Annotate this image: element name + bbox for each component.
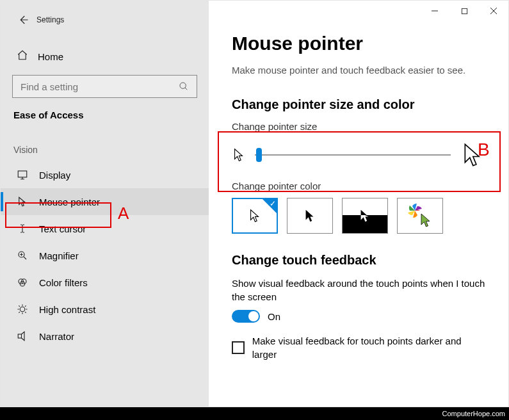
pointer-color-label: Change pointer color: [232, 181, 485, 191]
high-contrast-icon: [15, 303, 30, 315]
section-header-touch: Change touch feedback: [232, 253, 485, 268]
touch-feedback-desc: Show visual feedback around the touch po…: [232, 277, 485, 303]
nav-label: Magnifier: [39, 250, 79, 261]
toggle-state-label: On: [268, 311, 280, 322]
narrator-icon: [15, 330, 30, 342]
nav-item-high-contrast[interactable]: High contrast: [1, 296, 209, 323]
cursor-custom-icon: [407, 203, 433, 229]
nav-item-color-filters[interactable]: Color filters: [1, 269, 209, 296]
cursor-small-icon: [232, 148, 246, 162]
nav-item-mouse-pointer[interactable]: Mouse pointer: [1, 188, 209, 215]
color-option-black[interactable]: [287, 198, 333, 234]
nav-label: High contrast: [39, 304, 95, 315]
darker-larger-checkbox[interactable]: [232, 341, 245, 354]
svg-rect-8: [462, 8, 467, 13]
svg-point-6: [20, 307, 25, 312]
nav-item-text-cursor[interactable]: Text cursor: [1, 215, 209, 242]
nav-label: Mouse pointer: [39, 197, 100, 207]
color-filters-icon: [15, 277, 30, 288]
window-minimize[interactable]: [420, 1, 449, 21]
back-button[interactable]: [13, 10, 33, 29]
cursor-black-icon: [303, 209, 317, 223]
search-input[interactable]: [19, 81, 177, 93]
page-subtitle: Make mouse pointer and touch feedback ea…: [232, 65, 485, 76]
app-title: Settings: [36, 15, 64, 24]
pointer-color-options: ✓: [232, 198, 485, 234]
mouse-pointer-icon: [15, 196, 30, 207]
minimize-icon: [431, 7, 439, 15]
close-icon: [490, 7, 497, 15]
sidebar: Settings Home Ease of Access Vision Disp…: [1, 1, 209, 407]
svg-rect-1: [18, 171, 27, 177]
magnifier-icon: [15, 250, 30, 261]
color-option-white[interactable]: ✓: [232, 198, 278, 234]
color-option-inverted[interactable]: [342, 198, 388, 234]
home-icon: [15, 49, 30, 63]
footer-credit: ComputerHope.com: [0, 407, 509, 420]
nav-label: Display: [39, 170, 70, 181]
pointer-size-block: Change pointer size: [232, 121, 485, 174]
section-header-size-color: Change pointer size and color: [232, 97, 485, 112]
window-close[interactable]: [479, 1, 508, 21]
display-icon: [15, 169, 30, 181]
touch-feedback-toggle[interactable]: [232, 310, 260, 323]
darker-larger-label: Make visual feedback for touch points da…: [252, 334, 485, 361]
nav-label: Text cursor: [39, 223, 86, 234]
search-icon: [177, 80, 190, 93]
cursor-white-icon: [248, 209, 262, 223]
text-cursor-icon: [15, 223, 30, 234]
svg-point-0: [180, 83, 186, 88]
slider-thumb[interactable]: [256, 148, 262, 162]
cursor-inverted-icon: [358, 209, 372, 223]
color-option-custom[interactable]: [397, 198, 443, 234]
group-header: Vision: [1, 128, 209, 161]
svg-rect-7: [18, 334, 21, 338]
window-maximize[interactable]: [449, 1, 479, 21]
search-box[interactable]: [12, 75, 197, 98]
nav-label: Narrator: [39, 331, 74, 342]
category-header: Ease of Access: [1, 102, 209, 128]
nav-label: Color filters: [39, 277, 88, 288]
content-pane: Mouse pointer Make mouse pointer and tou…: [209, 1, 508, 407]
maximize-icon: [461, 8, 468, 15]
nav-item-magnifier[interactable]: Magnifier: [1, 242, 209, 269]
pointer-size-slider[interactable]: [255, 154, 451, 156]
nav-home[interactable]: Home: [1, 44, 209, 69]
cursor-large-icon: [460, 142, 485, 168]
page-title: Mouse pointer: [232, 33, 485, 54]
nav-item-display[interactable]: Display: [1, 161, 209, 188]
back-arrow-icon: [17, 14, 29, 26]
nav-item-narrator[interactable]: Narrator: [1, 323, 209, 350]
nav-home-label: Home: [38, 51, 63, 62]
pointer-size-label: Change pointer size: [232, 121, 485, 132]
